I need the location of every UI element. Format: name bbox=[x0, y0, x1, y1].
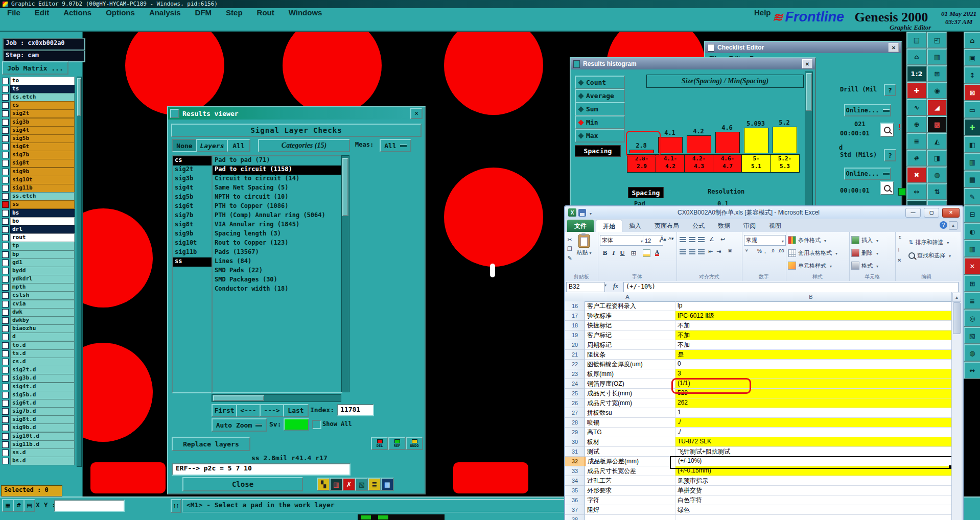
layer-checkbox[interactable] bbox=[2, 334, 9, 340]
category-item[interactable]: VIA Annular ring (1845) bbox=[213, 221, 341, 230]
formula-field[interactable]: (+/-10%) bbox=[623, 282, 959, 293]
layer-checkbox[interactable] bbox=[2, 450, 9, 456]
sort-filter-button[interactable]: 排序和筛选 bbox=[908, 236, 949, 248]
cell-B31[interactable]: 飞针测试+阻抗测试 bbox=[675, 447, 951, 457]
bottom-tool-icon-3[interactable]: ▤ bbox=[24, 499, 35, 512]
histogram-titlebar[interactable]: Results histogram bbox=[571, 58, 815, 69]
histogram-bar[interactable] bbox=[658, 137, 683, 153]
close-button[interactable] bbox=[942, 208, 960, 218]
layer-name[interactable]: sig8t bbox=[10, 159, 75, 168]
filter-layers-button[interactable]: Layers bbox=[196, 139, 228, 152]
far-toolbar-icon-3[interactable]: ↕ bbox=[964, 66, 980, 84]
layer-checkbox[interactable] bbox=[2, 177, 9, 183]
layer-name[interactable]: biaozhu bbox=[10, 324, 75, 333]
layer-checkbox[interactable] bbox=[2, 144, 9, 150]
maximize-button[interactable] bbox=[924, 208, 939, 218]
far-toolbar-icon-20[interactable]: ↔ bbox=[964, 362, 980, 379]
cell-B18[interactable]: 不加 bbox=[675, 321, 951, 330]
menu-options[interactable]: Options bbox=[99, 8, 142, 17]
row-header-32[interactable]: 32 bbox=[565, 457, 586, 466]
cell-A16[interactable]: 客户工程资料录入 bbox=[585, 301, 675, 311]
layer-name[interactable]: bp bbox=[10, 250, 75, 259]
layer-name[interactable]: gd1 bbox=[10, 258, 75, 267]
prev-button[interactable]: <--- bbox=[236, 404, 261, 417]
menu-analysis[interactable]: Analysis bbox=[142, 8, 188, 17]
layer-name[interactable]: sig4t.d bbox=[10, 383, 75, 391]
italic-button[interactable] bbox=[610, 248, 617, 257]
cell-A38[interactable] bbox=[585, 515, 675, 520]
close-icon[interactable] bbox=[889, 43, 899, 52]
right-toolbar-icon-2[interactable]: ◰ bbox=[927, 32, 947, 49]
row-header-25[interactable]: 25 bbox=[565, 389, 585, 398]
cell-B29[interactable]: ./ bbox=[675, 428, 951, 437]
cell-A21[interactable]: 阻抗条 bbox=[585, 350, 675, 360]
category-item[interactable]: SMD Pads (22) bbox=[213, 267, 341, 276]
far-toolbar-icon-7[interactable]: ◧ bbox=[964, 136, 980, 153]
row-header-38[interactable]: 38 bbox=[565, 515, 585, 520]
viewer-layer-sig3b[interactable]: sig3b bbox=[173, 175, 212, 184]
layer-row-sig3b.d[interactable]: sig3b.d bbox=[1, 374, 76, 383]
layer-name[interactable]: sig6t bbox=[10, 143, 75, 151]
layer-checkbox[interactable] bbox=[2, 185, 9, 192]
layer-checkbox[interactable] bbox=[2, 350, 9, 357]
layer-row-bs.d[interactable]: bs.d bbox=[1, 457, 76, 465]
layer-name[interactable]: ts bbox=[10, 85, 75, 93]
layer-name[interactable]: cvia bbox=[10, 300, 75, 309]
layer-row-cs.d[interactable]: cs.d bbox=[1, 358, 76, 366]
sv-color-swatch[interactable] bbox=[284, 418, 309, 431]
right-toolbar-icon-15[interactable]: # bbox=[906, 150, 927, 167]
layer-checkbox[interactable] bbox=[2, 193, 9, 200]
far-toolbar-icon-2[interactable]: ▣ bbox=[964, 49, 980, 66]
row-header-19[interactable]: 19 bbox=[565, 330, 585, 340]
layer-row-ss.d[interactable]: ss.d bbox=[1, 448, 76, 457]
number-format-combo[interactable]: 常规 bbox=[744, 235, 786, 246]
layer-row-bo[interactable]: bo bbox=[1, 217, 76, 225]
row-header-36[interactable]: 36 bbox=[565, 495, 585, 505]
layer-row-ss[interactable]: ss bbox=[1, 201, 76, 209]
far-toolbar-icon-11[interactable]: ⊟ bbox=[964, 205, 980, 223]
layer-name[interactable]: sig10t bbox=[10, 176, 75, 184]
layer-row-sig6t.d[interactable]: sig6t.d bbox=[1, 399, 76, 407]
layer-checkbox[interactable] bbox=[2, 375, 9, 382]
layer-checkbox[interactable] bbox=[2, 301, 9, 308]
layer-name[interactable]: sig4t bbox=[10, 126, 75, 135]
layer-checkbox[interactable] bbox=[2, 251, 9, 258]
layer-name[interactable]: d bbox=[10, 333, 75, 341]
layer-row-biaozhu[interactable]: biaozhu bbox=[1, 325, 76, 333]
layer-name[interactable]: bydd bbox=[10, 267, 75, 275]
viewer-tool-icon-3[interactable]: ✗ bbox=[342, 478, 356, 491]
close-button[interactable]: Close bbox=[182, 477, 303, 491]
bottom-tool-icon-2[interactable]: # bbox=[13, 499, 25, 512]
layer-checkbox[interactable] bbox=[2, 102, 9, 109]
bottom-tool-icon-1[interactable]: ▦ bbox=[2, 499, 14, 512]
layer-row-dwkby[interactable]: dwkby bbox=[1, 316, 76, 324]
layer-row-gd1[interactable]: gd1 bbox=[1, 258, 76, 267]
layer-name[interactable]: cs.d bbox=[10, 358, 75, 366]
layer-name[interactable]: drl bbox=[10, 225, 75, 234]
right-toolbar-icon-16[interactable]: ◨ bbox=[927, 150, 947, 167]
decrease-decimal-icon[interactable] bbox=[778, 248, 784, 253]
far-toolbar-icon-17[interactable]: ◎ bbox=[964, 310, 980, 327]
name-box-dropdown-icon[interactable] bbox=[603, 283, 606, 288]
far-toolbar-icon-10[interactable]: ✎ bbox=[964, 188, 980, 205]
layer-row-cvia[interactable]: cvia bbox=[1, 300, 76, 308]
align-top-icon[interactable] bbox=[680, 237, 686, 243]
layer-checkbox[interactable] bbox=[2, 384, 9, 390]
cell-A26[interactable]: 成品尺寸宽(mm) bbox=[585, 398, 675, 408]
histogram-bar[interactable] bbox=[744, 128, 768, 153]
row-header-18[interactable]: 18 bbox=[565, 321, 585, 330]
category-item[interactable]: Circuit to circuit (14) bbox=[213, 175, 341, 184]
show-all-checkbox[interactable] bbox=[312, 420, 321, 429]
row-header-22[interactable]: 22 bbox=[565, 360, 585, 369]
layer-checkbox[interactable] bbox=[2, 110, 9, 117]
layer-row-cslsh[interactable]: cslsh bbox=[1, 292, 76, 300]
cell-B22[interactable]: 0 bbox=[675, 360, 951, 369]
row-header-26[interactable]: 26 bbox=[565, 398, 585, 408]
layer-row-ss.etch[interactable]: ss.etch bbox=[1, 193, 76, 201]
layer-checkbox[interactable] bbox=[2, 367, 9, 373]
category-item[interactable]: Pads (13567) bbox=[213, 248, 341, 257]
category-item[interactable]: Same Net Spacing (5) bbox=[213, 184, 341, 193]
layer-checkbox[interactable] bbox=[2, 259, 9, 266]
layer-row-sig11b.d[interactable]: sig11b.d bbox=[1, 440, 76, 448]
layer-row-mpth[interactable]: mpth bbox=[1, 283, 76, 292]
